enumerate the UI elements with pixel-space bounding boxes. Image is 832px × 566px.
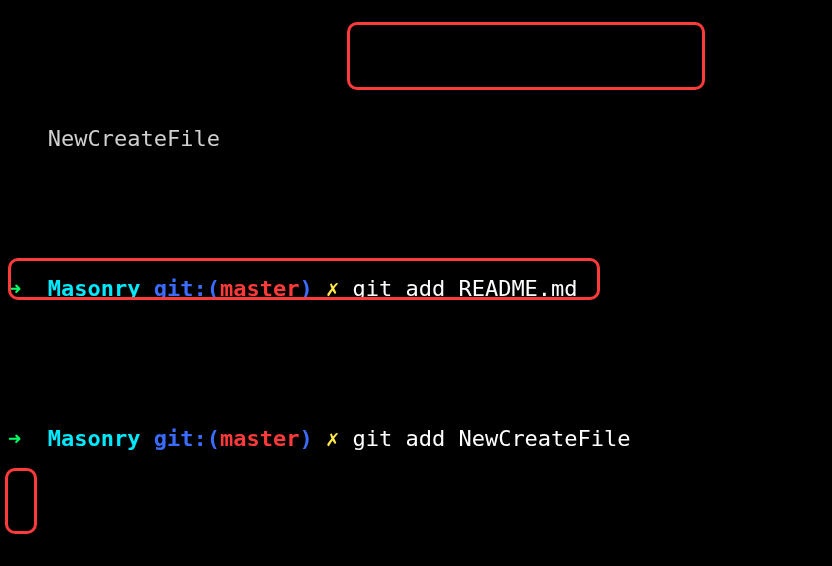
paren-close: )	[299, 276, 312, 301]
highlight-box-short-codes	[5, 468, 37, 534]
highlight-box-commands	[347, 22, 705, 90]
git-label: git:	[154, 276, 207, 301]
prompt-arrow: ➜	[8, 276, 21, 301]
truncated-line: NewCreateFile	[8, 124, 824, 154]
paren-open: (	[207, 276, 220, 301]
dirty-icon: ✗	[326, 276, 339, 301]
truncated-text: NewCreateFile	[48, 126, 220, 151]
command-add2: git add NewCreateFile	[352, 426, 630, 451]
prompt-dir: Masonry	[48, 276, 141, 301]
terminal[interactable]: NewCreateFile ➜ Masonry git:(master) ✗ g…	[0, 0, 832, 566]
prompt-line-1: ➜ Masonry git:(master) ✗ git add README.…	[8, 274, 824, 304]
branch: master	[220, 276, 299, 301]
command-add1: git add README.md	[352, 276, 577, 301]
prompt-line-2: ➜ Masonry git:(master) ✗ git add NewCrea…	[8, 424, 824, 454]
